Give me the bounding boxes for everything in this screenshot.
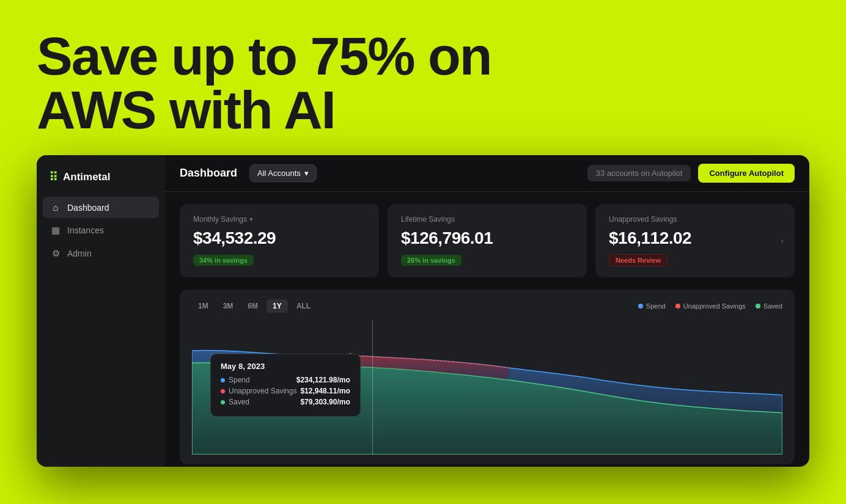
legend-dot-unapproved <box>675 304 680 309</box>
home-icon: ⌂ <box>50 202 61 213</box>
metric-lifetime-savings: Lifetime Savings $126,796.01 26% in savi… <box>388 204 587 277</box>
legend-label-saved: Saved <box>763 302 782 310</box>
configure-autopilot-button[interactable]: Configure Autopilot <box>698 164 795 183</box>
chevron-down-icon: ▾ <box>249 215 253 224</box>
time-filters: 1M 3M 6M 1Y ALL <box>192 299 317 313</box>
legend-label-spend: Spend <box>646 302 666 310</box>
chart-legend: Spend Unapproved Savings Saved <box>638 302 782 310</box>
hero-title: Save up to 75% on AWS with AI <box>37 29 809 137</box>
legend-spend: Spend <box>638 302 666 310</box>
sidebar-item-dashboard[interactable]: ⌂ Dashboard <box>43 197 159 218</box>
app-window: ⠿ Antimetal ⌂ Dashboard ▦ Instances ⚙ Ad… <box>37 155 809 467</box>
metric-monthly-savings: Monthly Savings ▾ $34,532.29 34% in savi… <box>180 204 379 277</box>
metric-unapproved-savings[interactable]: Unapproved Savings $16,112.02 Needs Revi… <box>595 204 795 277</box>
svg-point-1 <box>348 363 353 370</box>
sidebar-item-admin[interactable]: ⚙ Admin <box>43 243 159 265</box>
chart-section: 1M 3M 6M 1Y ALL Spend <box>180 290 795 464</box>
hero-title-line2: AWS with AI <box>37 79 335 140</box>
svg-point-0 <box>348 352 353 359</box>
time-filter-3m[interactable]: 3M <box>217 299 240 313</box>
legend-dot-saved <box>756 304 760 309</box>
metric-label-lifetime: Lifetime Savings <box>401 215 573 224</box>
main-content: Dashboard All Accounts ▾ 33 accounts on … <box>165 155 809 467</box>
time-filter-1y[interactable]: 1Y <box>267 299 288 313</box>
gear-icon: ⚙ <box>50 248 61 259</box>
metric-badge-monthly: 34% in savings <box>193 255 254 266</box>
metric-label-unapproved: Unapproved Savings <box>609 215 781 224</box>
chevron-down-icon: ▾ <box>304 169 309 178</box>
metric-label-monthly: Monthly Savings ▾ <box>193 215 366 224</box>
instances-icon: ▦ <box>50 225 61 236</box>
metric-value-lifetime: $126,796.01 <box>401 228 573 248</box>
accounts-dropdown[interactable]: All Accounts ▾ <box>249 164 317 182</box>
dashboard-body: Monthly Savings ▾ $34,532.29 34% in savi… <box>165 192 809 467</box>
chevron-right-icon: › <box>781 236 784 246</box>
metric-value-unapproved: $16,112.02 <box>609 228 781 248</box>
sidebar: ⠿ Antimetal ⌂ Dashboard ▦ Instances ⚙ Ad… <box>37 155 165 467</box>
page-title: Dashboard <box>180 167 237 180</box>
sidebar-label-instances: Instances <box>67 225 104 235</box>
legend-unapproved: Unapproved Savings <box>675 302 746 310</box>
chart-svg <box>192 320 782 455</box>
sidebar-label-dashboard: Dashboard <box>67 203 109 213</box>
time-filter-1m[interactable]: 1M <box>192 299 215 313</box>
accounts-label: All Accounts <box>257 169 301 178</box>
hero-section: Save up to 75% on AWS with AI <box>0 0 846 155</box>
autopilot-status: 33 accounts on Autopilot <box>587 165 691 181</box>
metrics-row: Monthly Savings ▾ $34,532.29 34% in savi… <box>180 204 795 277</box>
metric-badge-unapproved: Needs Review <box>609 254 668 266</box>
metric-value-monthly: $34,532.29 <box>193 228 366 248</box>
hero-title-line1: Save up to 75% on <box>37 26 491 86</box>
legend-saved: Saved <box>756 302 782 310</box>
logo: ⠿ Antimetal <box>37 165 165 197</box>
time-filter-all[interactable]: ALL <box>290 299 317 313</box>
sidebar-label-admin: Admin <box>67 249 92 258</box>
sidebar-item-instances[interactable]: ▦ Instances <box>43 219 159 241</box>
metric-badge-lifetime: 26% in savings <box>401 255 462 266</box>
chart-area[interactable]: May 8, 2023 Spend $234,121.98/mo Unappro… <box>192 320 782 455</box>
logo-icon: ⠿ <box>49 170 58 184</box>
legend-dot-spend <box>638 304 643 309</box>
legend-label-unapproved: Unapproved Savings <box>683 302 746 310</box>
logo-text: Antimetal <box>63 171 110 183</box>
time-filter-6m[interactable]: 6M <box>241 299 264 313</box>
chart-controls: 1M 3M 6M 1Y ALL Spend <box>192 299 782 313</box>
header: Dashboard All Accounts ▾ 33 accounts on … <box>165 155 809 192</box>
sidebar-nav: ⌂ Dashboard ▦ Instances ⚙ Admin <box>37 197 165 265</box>
